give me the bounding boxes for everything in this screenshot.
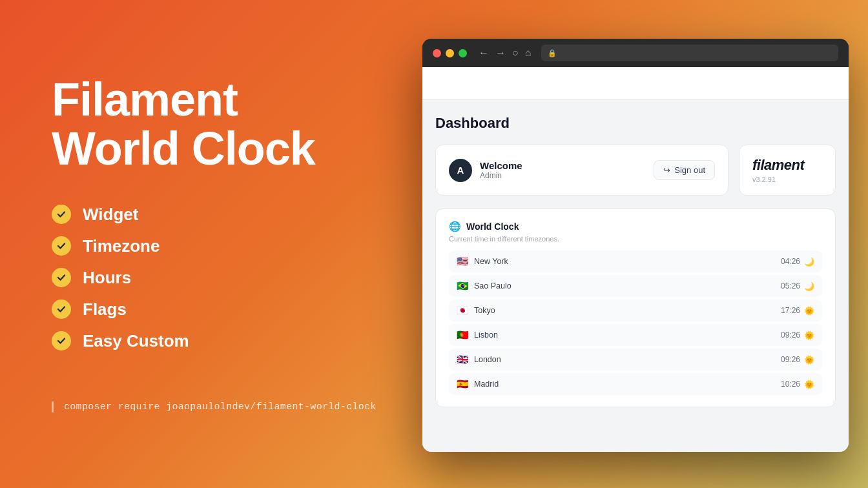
welcome-card: A Welcome Admin ↪ Sign out — [435, 145, 728, 196]
nav-back[interactable]: ← — [479, 47, 489, 59]
indicator-madrid: 🌞 — [804, 380, 814, 389]
flag-saopaulo: 🇧🇷 — [457, 280, 469, 292]
welcome-text: Welcome — [480, 160, 522, 171]
clock-row-madrid: 🇪🇸 Madrid 10:26 🌞 — [449, 373, 822, 395]
check-icon-widget — [52, 205, 71, 224]
city-madrid: Madrid — [474, 380, 499, 389]
check-icon-timezone — [52, 236, 71, 256]
indicator-newyork: 🌙 — [804, 257, 814, 267]
sign-out-button[interactable]: ↪ Sign out — [654, 160, 715, 180]
page-title: Dashboard — [435, 115, 836, 132]
flag-madrid: 🇪🇸 — [457, 378, 469, 390]
indicator-london: 🌞 — [804, 355, 814, 365]
feature-item-timezone: Timezone — [52, 236, 388, 256]
clock-row-lisbon: 🇵🇹 Lisbon 09:26 🌞 — [449, 324, 822, 346]
left-section: Filament World Clock Widget Timezone — [52, 0, 388, 488]
flag-newyork: 🇺🇸 — [457, 256, 469, 267]
widget-header: 🌐 World Clock — [449, 221, 822, 232]
filament-card: filament v3.2.91 — [739, 145, 836, 196]
check-icon-easy-custom — [52, 331, 71, 351]
flag-lisbon: 🇵🇹 — [457, 329, 469, 341]
feature-label-flags: Flags — [83, 300, 127, 320]
welcome-user: A Welcome Admin — [449, 159, 522, 182]
feature-item-easy-custom: Easy Custom — [52, 331, 388, 351]
sign-out-label: Sign out — [674, 165, 705, 175]
feature-item-flags: Flags — [52, 300, 388, 320]
widget-subtitle: Current time in different timezones. — [449, 235, 822, 243]
time-london: 09:26 — [781, 355, 800, 364]
feature-label-easy-custom: Easy Custom — [83, 331, 189, 351]
browser-window: ← → ○ ⌂ 🔒 Dashboard A Welcome Adm — [422, 39, 849, 452]
avatar: A — [449, 159, 472, 182]
feature-item-widget: Widget — [52, 205, 388, 225]
indicator-saopaulo: 🌙 — [804, 281, 814, 291]
world-clock-card: 🌐 World Clock Current time in different … — [435, 208, 836, 407]
widget-title: World Clock — [466, 221, 519, 232]
main-title: Filament World Clock — [52, 76, 388, 173]
traffic-light-green[interactable] — [459, 49, 467, 57]
sign-out-icon: ↪ — [663, 165, 670, 175]
clock-row-saopaulo: 🇧🇷 Sao Paulo 05:26 🌙 — [449, 275, 822, 297]
clock-rows: 🇺🇸 New York 04:26 🌙 🇧🇷 Sao Paulo — [449, 250, 822, 395]
time-tokyo: 17:26 — [781, 306, 800, 315]
city-saopaulo: Sao Paulo — [474, 281, 512, 290]
flag-tokyo: 🇯🇵 — [457, 305, 469, 316]
lock-icon: 🔒 — [548, 49, 557, 57]
browser-content: Dashboard A Welcome Admin ↪ Sign out — [422, 67, 849, 452]
features-list: Widget Timezone Hours F — [52, 205, 388, 363]
time-newyork: 04:26 — [781, 257, 800, 266]
browser-chrome: ← → ○ ⌂ 🔒 — [422, 39, 849, 67]
city-london: London — [474, 355, 501, 364]
composer-command: composer require joaopaulolndev/filament… — [52, 402, 388, 412]
filament-version: v3.2.91 — [752, 176, 822, 183]
time-lisbon: 09:26 — [781, 330, 800, 340]
user-info: Welcome Admin — [480, 160, 522, 180]
globe-icon: 🌐 — [449, 221, 461, 232]
clock-row-tokyo: 🇯🇵 Tokyo 17:26 🌞 — [449, 300, 822, 321]
nav-refresh[interactable]: ○ — [512, 47, 519, 59]
browser-address-bar[interactable]: 🔒 — [541, 45, 838, 61]
traffic-lights — [433, 49, 467, 57]
role-text: Admin — [480, 171, 522, 180]
app-main: Dashboard A Welcome Admin ↪ Sign out — [422, 99, 849, 452]
nav-home[interactable]: ⌂ — [525, 47, 532, 59]
filament-brand: filament — [752, 157, 822, 174]
time-saopaulo: 05:26 — [781, 281, 800, 290]
feature-label-timezone: Timezone — [83, 236, 160, 256]
clock-row-london: 🇬🇧 London 09:26 🌞 — [449, 349, 822, 371]
indicator-tokyo: 🌞 — [804, 306, 814, 316]
city-newyork: New York — [474, 257, 508, 266]
check-icon-hours — [52, 268, 71, 287]
cards-row: A Welcome Admin ↪ Sign out filament v3.2… — [435, 145, 836, 196]
time-madrid: 10:26 — [781, 380, 800, 389]
city-lisbon: Lisbon — [474, 330, 498, 340]
browser-nav: ← → ○ ⌂ — [479, 47, 531, 59]
nav-forward[interactable]: → — [495, 47, 506, 59]
feature-label-widget: Widget — [83, 205, 138, 225]
check-icon-flags — [52, 300, 71, 319]
city-tokyo: Tokyo — [474, 306, 495, 315]
indicator-lisbon: 🌞 — [804, 330, 814, 340]
app-topbar — [422, 67, 849, 99]
feature-label-hours: Hours — [83, 268, 131, 288]
flag-london: 🇬🇧 — [457, 354, 469, 365]
clock-row-newyork: 🇺🇸 New York 04:26 🌙 — [449, 250, 822, 272]
traffic-light-red[interactable] — [433, 49, 441, 57]
feature-item-hours: Hours — [52, 268, 388, 288]
traffic-light-yellow[interactable] — [446, 49, 454, 57]
